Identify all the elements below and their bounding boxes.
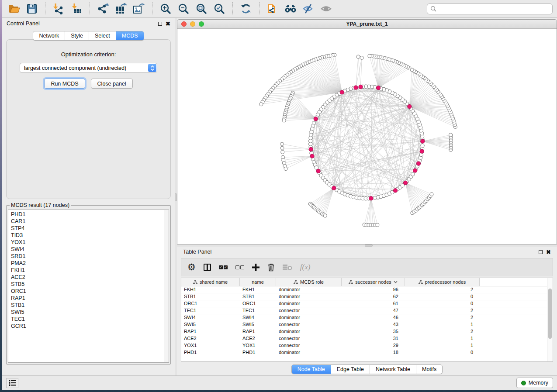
tab-style[interactable]: Style — [65, 31, 89, 40]
memory-button[interactable]: Memory — [516, 378, 553, 388]
table-cell: 31 — [342, 335, 405, 342]
tab-mcds[interactable]: MCDS — [116, 31, 144, 40]
export-table-icon[interactable] — [114, 2, 128, 16]
table-row[interactable]: STB1STB1dominator620 — [181, 293, 553, 300]
table-cell: RAP1 — [240, 328, 276, 335]
network-window-titlebar[interactable]: YPA_prune.txt_1 — [177, 20, 557, 29]
scrollbar-thumb[interactable] — [548, 289, 552, 339]
optimization-criterion-select[interactable]: largest connected component (undirected) — [20, 63, 157, 73]
mcds-result-item[interactable]: FKH1 — [11, 267, 169, 274]
close-panel-button[interactable]: Close panel — [91, 79, 133, 89]
close-panel-icon[interactable]: ✖ — [166, 22, 170, 26]
mcds-result-group: MCDS result (17 nodes) PHD1CAR1STP4TID3Y… — [6, 202, 171, 364]
zoom-in-icon[interactable] — [158, 2, 173, 16]
table-cell: FKH1 — [240, 286, 276, 293]
mcds-result-item[interactable]: ACE2 — [11, 274, 169, 281]
table-row[interactable]: ORC1ORC1dominator610 — [181, 300, 553, 307]
mcds-result-item[interactable]: PHD1 — [11, 211, 169, 218]
open-file-icon[interactable] — [7, 2, 21, 16]
table-cell: STB1 — [240, 293, 276, 300]
tab-motifs[interactable]: Motifs — [416, 365, 442, 374]
mcds-result-list[interactable]: PHD1CAR1STP4TID3YOX1SWI4SRD1PMA2FKH1ACE2… — [8, 210, 169, 363]
table-settings-icon[interactable]: ⚙ — [187, 261, 196, 274]
application-window: Control Panel ✖ NetworkStyleSelectMCDS O… — [2, 0, 557, 390]
search-input[interactable] — [439, 5, 549, 12]
deselect-all-icon[interactable] — [235, 261, 244, 274]
table-cell: 1 — [405, 335, 480, 342]
mcds-result-item[interactable]: YOX1 — [11, 239, 169, 246]
search-box[interactable] — [427, 3, 553, 14]
toolbar-separator — [90, 2, 90, 15]
table-panel-title: Table Panel — [183, 249, 211, 255]
table-cell: 61 — [342, 300, 405, 307]
import-network-icon[interactable] — [51, 2, 66, 16]
mcds-result-item[interactable]: RAP1 — [11, 295, 169, 302]
mcds-result-item[interactable]: ORC1 — [11, 288, 169, 295]
close-panel-icon[interactable]: ✖ — [546, 250, 551, 254]
column-header-name[interactable]: name — [240, 278, 276, 286]
select-all-icon[interactable]: ✓✓ — [219, 261, 228, 274]
export-network-icon[interactable] — [96, 2, 111, 16]
function-builder-icon[interactable]: f(x) — [300, 261, 311, 274]
share-document-icon[interactable] — [265, 2, 280, 16]
hide-selection-icon[interactable] — [301, 2, 316, 16]
mcds-result-item[interactable]: SWI4 — [11, 246, 169, 253]
tab-select[interactable]: Select — [89, 31, 116, 40]
table-scrollbar[interactable] — [547, 278, 553, 361]
table-cell: SWI4 — [181, 314, 240, 321]
table-row[interactable]: FKH1FKH1dominator962 — [181, 286, 553, 293]
mcds-result-item[interactable]: PMA2 — [11, 260, 169, 267]
network-canvas[interactable] — [177, 29, 557, 244]
tab-edge-table[interactable]: Edge Table — [331, 365, 370, 374]
float-panel-icon[interactable] — [158, 22, 162, 26]
delete-table-icon[interactable] — [283, 261, 292, 274]
mcds-result-item[interactable]: GCR1 — [11, 323, 169, 330]
mcds-result-item[interactable]: CAR1 — [11, 218, 169, 225]
table-cell: dominator — [276, 349, 342, 356]
import-table-icon[interactable] — [69, 2, 84, 16]
add-row-icon[interactable] — [252, 261, 259, 274]
mcds-result-item[interactable]: SWI5 — [11, 309, 169, 316]
export-image-icon[interactable] — [131, 2, 146, 16]
column-header-shared-name[interactable]: shared name — [181, 278, 240, 286]
delete-icon[interactable] — [267, 261, 275, 274]
table-row[interactable]: TEC1TEC1connector472 — [181, 307, 553, 314]
table-row[interactable]: PHD1PHD1dominator180 — [181, 349, 553, 356]
tab-node-table[interactable]: Node Table — [292, 365, 331, 374]
tab-network[interactable]: Network — [33, 31, 65, 40]
table-body: FKH1FKH1dominator962STB1STB1dominator620… — [181, 286, 553, 356]
network-graph[interactable] — [177, 29, 557, 244]
mcds-result-item[interactable]: TID3 — [11, 232, 169, 239]
task-history-icon[interactable] — [6, 378, 18, 388]
table-row[interactable]: RAP1RAP1dominator352 — [181, 328, 553, 335]
show-columns-icon[interactable] — [204, 261, 211, 274]
table-row[interactable]: SWI5SWI5connector431 — [181, 321, 553, 328]
table-row[interactable]: ACE2ACE2connector311 — [181, 335, 553, 342]
table-cell: dominator — [276, 293, 342, 300]
run-mcds-button[interactable]: Run MCDS — [44, 79, 85, 89]
column-header-MCDS-role[interactable]: MCDS role — [276, 278, 342, 286]
save-icon[interactable] — [24, 2, 39, 16]
apply-layout-icon[interactable] — [239, 2, 253, 16]
optimization-criterion-label: Optimization criterion: — [7, 51, 170, 58]
zoom-out-icon[interactable] — [176, 2, 191, 16]
show-selection-icon[interactable] — [319, 2, 334, 16]
mcds-result-item[interactable]: SRD1 — [11, 253, 169, 260]
zoom-selected-icon[interactable] — [212, 2, 227, 16]
tab-network-table[interactable]: Network Table — [370, 365, 416, 374]
mcds-list-scrollbar[interactable] — [164, 210, 169, 362]
table-row[interactable]: YOX1YOX1connector291 — [181, 342, 553, 349]
float-panel-icon[interactable] — [539, 250, 543, 254]
toolbar-separator — [259, 2, 259, 15]
table-cell: connector — [276, 342, 342, 349]
mcds-result-item[interactable]: TEC1 — [11, 316, 169, 323]
mcds-result-item[interactable]: STB1 — [11, 302, 169, 309]
search-network-icon[interactable] — [283, 2, 298, 16]
table-cell: ORC1 — [240, 300, 276, 307]
mcds-result-item[interactable]: STP4 — [11, 225, 169, 232]
mcds-result-item[interactable]: STB5 — [11, 281, 169, 288]
table-row[interactable]: SWI4SWI4dominator462 — [181, 314, 553, 321]
zoom-fit-icon[interactable] — [194, 2, 209, 16]
column-header-successor-nodes[interactable]: successor nodes — [342, 278, 405, 286]
column-header-predecessor-nodes[interactable]: predecessor nodes — [405, 278, 480, 286]
